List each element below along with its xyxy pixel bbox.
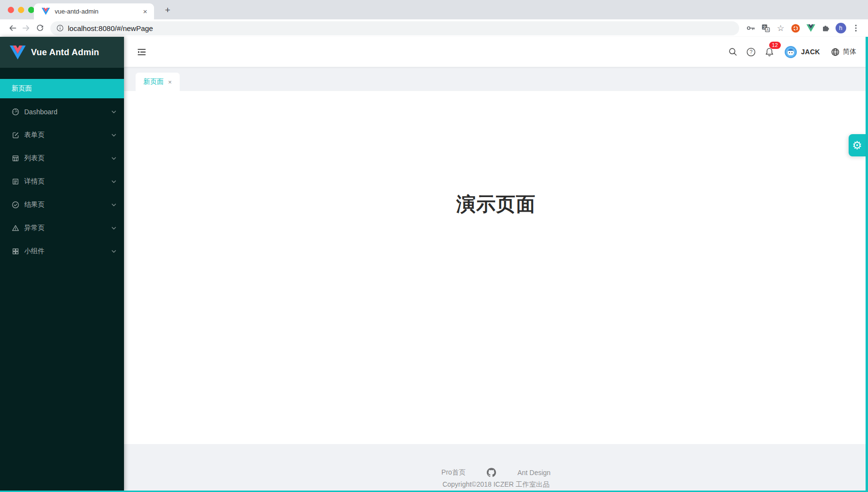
vue-devtools-icon[interactable]	[804, 21, 817, 35]
sidebar-item-label: 异常页	[24, 224, 111, 232]
back-button[interactable]	[6, 21, 19, 35]
language-selector[interactable]: 简体	[831, 47, 856, 57]
extensions-puzzle-icon[interactable]	[819, 21, 832, 35]
sidebar-item-label: Dashboard	[24, 108, 111, 116]
url-text: localhost:8080/#/newPage	[68, 24, 153, 32]
user-avatar	[785, 46, 797, 58]
sidebar-item-new-page[interactable]: 新页面	[0, 79, 124, 98]
sidebar-item-lists[interactable]: 列表页	[0, 149, 124, 168]
chevron-down-icon	[111, 134, 116, 137]
app-header: ? 12 JACK 简体	[124, 37, 868, 67]
settings-gear-button[interactable]: ⚙	[849, 134, 866, 156]
notification-badge: 12	[769, 42, 781, 49]
gear-icon: ⚙	[852, 139, 862, 152]
svg-text:A: A	[766, 28, 768, 32]
user-menu[interactable]: JACK	[785, 46, 820, 58]
sidebar-item-label: 新页面	[12, 84, 116, 93]
sidebar-item-widgets[interactable]: 小组件	[0, 242, 124, 261]
chevron-down-icon	[111, 157, 116, 160]
sidebar-item-label: 表单页	[24, 131, 111, 139]
username-label: JACK	[801, 48, 820, 56]
tab-close-icon[interactable]: ×	[142, 7, 148, 16]
browser-toolbar: localhost:8080/#/newPage 文A ☆ h	[0, 19, 868, 37]
sidebar-item-forms[interactable]: 表单页	[0, 125, 124, 145]
copyright-text: Copyright©2018 ICZER 工作室出品	[442, 480, 549, 489]
page-tabs-bar: 新页面 ×	[124, 67, 868, 91]
forward-button[interactable]	[19, 21, 33, 35]
settings-drawer-edge	[866, 37, 868, 492]
notifications-bell-icon[interactable]: 12	[760, 43, 779, 61]
bookmark-star-icon[interactable]: ☆	[774, 21, 787, 35]
app-logo[interactable]: Vue Antd Admin	[0, 37, 124, 68]
vue-logo-icon	[10, 46, 26, 60]
page-tab-close-icon[interactable]: ×	[168, 79, 172, 85]
form-icon	[12, 131, 19, 139]
svg-text:?: ?	[750, 49, 753, 55]
minimize-window-button[interactable]	[18, 7, 24, 13]
menu-fold-icon[interactable]	[136, 46, 147, 58]
appstore-icon	[12, 247, 19, 255]
search-icon[interactable]	[724, 43, 742, 61]
github-icon[interactable]	[487, 468, 496, 477]
sidebar-menu: 新页面 Dashboard 表单页 列表页 详情页	[0, 68, 124, 261]
main-area: ? 12 JACK 简体 新页面 × 演示页面	[124, 37, 868, 492]
sidebar-item-details[interactable]: 详情页	[0, 172, 124, 191]
app-title: Vue Antd Admin	[31, 47, 99, 58]
sidebar-item-results[interactable]: 结果页	[0, 195, 124, 215]
site-info-icon[interactable]	[56, 24, 64, 32]
page-title: 演示页面	[124, 91, 868, 217]
browser-profile-avatar[interactable]: h	[834, 21, 847, 35]
warning-triangle-icon	[12, 224, 19, 232]
vue-favicon-icon	[42, 8, 50, 15]
globe-icon	[831, 47, 840, 57]
footer-link-ant-design[interactable]: Ant Design	[517, 469, 550, 477]
chevron-down-icon	[111, 110, 116, 113]
browser-menu-icon[interactable]	[849, 21, 862, 35]
profile-icon	[12, 178, 19, 185]
language-label: 简体	[843, 47, 856, 56]
sidebar-item-label: 结果页	[24, 200, 111, 209]
extension-orange-icon[interactable]	[789, 21, 802, 35]
browser-tab[interactable]: vue-antd-admin ×	[34, 3, 154, 19]
page-tab-label: 新页面	[143, 77, 164, 86]
page-tab-new-page[interactable]: 新页面 ×	[136, 73, 180, 91]
close-window-button[interactable]	[8, 7, 14, 13]
window-controls	[8, 7, 34, 13]
browser-tabstrip: vue-antd-admin × +	[0, 0, 868, 19]
reload-button[interactable]	[33, 21, 46, 35]
browser-tab-title: vue-antd-admin	[55, 8, 142, 15]
chevron-down-icon	[111, 180, 116, 183]
new-tab-button[interactable]: +	[162, 4, 173, 16]
dashboard-icon	[12, 108, 19, 116]
sidebar-item-label: 小组件	[24, 247, 111, 256]
translate-icon[interactable]: 文A	[759, 21, 772, 35]
footer-link-pro-home[interactable]: Pro首页	[441, 468, 465, 477]
password-key-icon[interactable]	[744, 21, 757, 35]
help-icon[interactable]: ?	[742, 43, 760, 61]
chevron-down-icon	[111, 250, 116, 253]
page-content: 演示页面	[124, 91, 868, 444]
chevron-down-icon	[111, 203, 116, 206]
footer: Pro首页 Ant Design Copyright©2018 ICZER 工作…	[124, 444, 868, 492]
table-icon	[12, 154, 19, 162]
chevron-down-icon	[111, 227, 116, 230]
sidebar-item-dashboard[interactable]: Dashboard	[0, 102, 124, 122]
sidebar-item-exceptions[interactable]: 异常页	[0, 218, 124, 238]
sidebar-item-label: 详情页	[24, 177, 111, 186]
sidebar-item-label: 列表页	[24, 154, 111, 163]
check-circle-icon	[12, 201, 19, 209]
sidebar: Vue Antd Admin 新页面 Dashboard 表单页 列表页	[0, 37, 124, 492]
address-bar[interactable]: localhost:8080/#/newPage	[50, 21, 739, 35]
